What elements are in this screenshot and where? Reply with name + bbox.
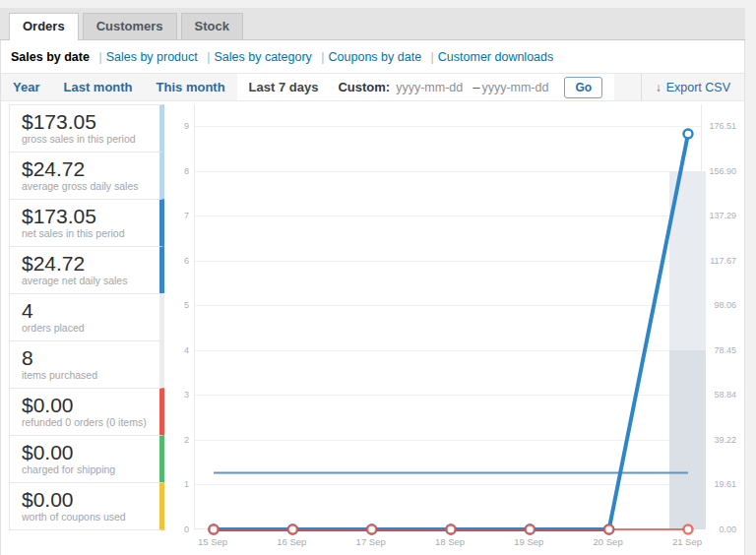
- y-axis-tick-left: 4: [174, 345, 189, 355]
- x-axis-label: 15 Sep: [198, 536, 227, 547]
- y-axis-tick-left: 2: [174, 435, 189, 445]
- stat-label: items purchased: [22, 369, 148, 382]
- range-this-month[interactable]: This month: [145, 74, 237, 100]
- y-axis-tick-left: 3: [174, 390, 189, 400]
- stat-label: average net daily sales: [22, 275, 148, 287]
- stat-value: $0.00: [22, 394, 148, 416]
- subnav-separator: |: [207, 50, 210, 64]
- export-csv-label: Export CSV: [666, 81, 730, 94]
- report-panel: Sales by date |Sales by product |Sales b…: [0, 40, 745, 555]
- x-axis-label: 20 Sep: [594, 536, 623, 547]
- report-tabs: Orders Customers Stock: [0, 8, 745, 40]
- stat-net-sales[interactable]: $173.05 net sales in this period: [9, 199, 164, 247]
- range-year[interactable]: Year: [1, 74, 51, 100]
- y-axis-tick-right: 98.06: [697, 300, 736, 310]
- subnav-coupons-by-date[interactable]: Coupons by date: [329, 50, 422, 64]
- y-axis-tick-left: 1: [174, 479, 189, 489]
- download-arrow-icon: ↓: [656, 81, 662, 94]
- custom-range-zone: Last 7 days Custom: – Go: [237, 74, 614, 100]
- y-axis-tick-right: 117.67: [697, 256, 736, 266]
- stat-value: 8: [22, 346, 148, 369]
- sales-chart: 00.00119.61239.22358.84478.45598.066117.…: [174, 104, 744, 549]
- stat-orders-placed[interactable]: 4 orders placed: [9, 293, 164, 341]
- stat-value: 4: [22, 299, 148, 322]
- subnav-customer-downloads[interactable]: Customer downloads: [438, 50, 553, 64]
- x-axis-label: 21 Sep: [672, 536, 702, 547]
- y-axis-tick-right: 19.61: [697, 479, 736, 489]
- stat-value: $0.00: [22, 441, 148, 463]
- stat-refunded[interactable]: $0.00 refunded 0 orders (0 items): [9, 388, 164, 436]
- y-axis-tick-right: 78.45: [697, 345, 736, 355]
- y-axis-tick-right: 39.22: [697, 435, 736, 445]
- y-axis-tick-left: 8: [174, 166, 189, 176]
- y-axis-tick-right: 137.29: [697, 211, 736, 220]
- subnav-sales-by-date[interactable]: Sales by date: [11, 50, 90, 64]
- stat-label: orders placed: [22, 322, 148, 335]
- stat-gross-sales[interactable]: $173.05 gross sales in this period: [9, 104, 164, 153]
- stat-value: $173.05: [22, 205, 148, 227]
- data-point-refund-amount[interactable]: [604, 525, 613, 534]
- stat-average-net-daily-sales[interactable]: $24.72 average net daily sales: [9, 246, 164, 294]
- subnav-separator: |: [321, 50, 324, 64]
- date-range-dash: –: [472, 80, 479, 94]
- range-last-month[interactable]: Last month: [51, 74, 144, 100]
- data-point-refund-amount[interactable]: [526, 525, 535, 534]
- tab-customers[interactable]: Customers: [83, 13, 177, 39]
- chart-lines: [195, 104, 703, 529]
- stat-label: refunded 0 orders (0 items): [22, 416, 148, 429]
- export-csv-link[interactable]: ↓Export CSV: [656, 81, 730, 94]
- y-axis-tick-left: 9: [174, 121, 189, 131]
- stat-label: charged for shipping: [22, 463, 148, 476]
- subnav-separator: |: [98, 50, 101, 64]
- range-last-7-days[interactable]: Last 7 days: [237, 80, 331, 94]
- date-range-filter-bar: Year Last month This month Last 7 days C…: [1, 73, 744, 101]
- stat-coupons-used[interactable]: $0.00 worth of coupons used: [9, 482, 164, 530]
- stat-label: gross sales in this period: [22, 133, 148, 146]
- data-point-refund-amount[interactable]: [446, 525, 455, 534]
- start-date-input[interactable]: [396, 81, 471, 94]
- y-axis-tick-right: 58.84: [697, 390, 736, 400]
- stat-value: $173.05: [22, 110, 148, 133]
- report-subnav: Sales by date |Sales by product |Sales b…: [1, 40, 744, 73]
- x-axis-label: 19 Sep: [514, 536, 543, 547]
- x-axis-label: 16 Sep: [277, 536, 306, 547]
- data-point-refund-amount[interactable]: [210, 525, 219, 534]
- stat-label: worth of coupons used: [22, 511, 148, 524]
- stat-charged-for-shipping[interactable]: $0.00 charged for shipping: [9, 435, 164, 483]
- stat-value: $24.72: [22, 252, 148, 275]
- go-button[interactable]: Go: [564, 77, 602, 98]
- filter-bar-spacer: [614, 74, 641, 100]
- stat-items-purchased[interactable]: 8 items purchased: [9, 340, 164, 389]
- report-content: $173.05 gross sales in this period $24.7…: [1, 101, 744, 555]
- x-axis-label: 17 Sep: [356, 536, 386, 547]
- report-sidebar: $173.05 gross sales in this period $24.7…: [9, 104, 164, 549]
- tab-orders[interactable]: Orders: [9, 13, 79, 40]
- y-axis-tick-right: 0.00: [697, 524, 736, 534]
- y-axis-tick-right: 156.90: [697, 166, 736, 176]
- data-point-gross-sales-amount[interactable]: [683, 130, 692, 139]
- subnav-separator: |: [431, 50, 434, 64]
- tab-stock[interactable]: Stock: [181, 13, 243, 39]
- y-axis-tick-left: 7: [174, 211, 189, 220]
- export-zone: ↓Export CSV: [641, 74, 744, 100]
- custom-range-label: Custom:: [338, 80, 390, 94]
- y-axis-tick-left: 6: [174, 256, 189, 266]
- data-point-refund-amount[interactable]: [683, 525, 692, 534]
- subnav-sales-by-product[interactable]: Sales by product: [106, 50, 198, 64]
- data-point-refund-amount[interactable]: [367, 525, 376, 534]
- line-gross-sales-amount: [214, 134, 688, 529]
- y-axis-tick-left: 5: [174, 300, 189, 310]
- y-axis-tick-right: 176.51: [697, 121, 736, 131]
- x-axis-label: 18 Sep: [435, 536, 465, 547]
- chart-plot[interactable]: [194, 104, 702, 529]
- stat-value: $24.72: [22, 157, 148, 180]
- stat-average-gross-daily-sales[interactable]: $24.72 average gross daily sales: [9, 152, 164, 200]
- stat-label: net sales in this period: [22, 227, 148, 240]
- stat-value: $0.00: [22, 488, 148, 511]
- data-point-refund-amount[interactable]: [288, 525, 297, 534]
- stat-label: average gross daily sales: [22, 180, 148, 193]
- subnav-sales-by-category[interactable]: Sales by category: [214, 50, 311, 64]
- y-axis-tick-left: 0: [174, 524, 189, 534]
- end-date-input[interactable]: [481, 81, 556, 94]
